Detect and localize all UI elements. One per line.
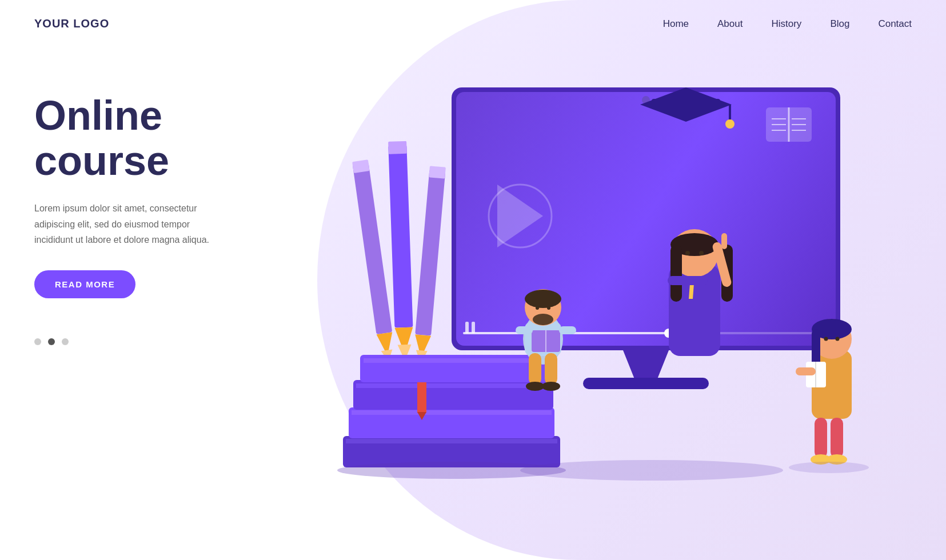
svg-rect-61 — [559, 326, 576, 334]
svg-point-16 — [725, 119, 735, 129]
dot-2[interactable] — [48, 338, 55, 345]
svg-rect-54 — [529, 353, 541, 385]
svg-rect-35 — [429, 166, 446, 178]
svg-rect-85 — [796, 367, 816, 375]
svg-point-86 — [520, 460, 783, 481]
svg-point-50 — [525, 290, 561, 308]
svg-rect-24 — [353, 162, 392, 334]
svg-point-69 — [699, 251, 704, 255]
svg-marker-22 — [623, 350, 669, 379]
main-content: Online course Lorem ipsum dolor sit amet… — [0, 47, 946, 545]
nav-about[interactable]: About — [717, 18, 743, 30]
nav-blog[interactable]: Blog — [830, 18, 849, 30]
logo: YOUR LOGO — [34, 17, 109, 30]
svg-rect-32 — [415, 169, 445, 335]
svg-rect-31 — [388, 141, 407, 154]
illustration — [252, 70, 912, 539]
svg-rect-72 — [668, 276, 708, 285]
nav: Home About History Blog Contact — [663, 18, 912, 30]
svg-rect-71 — [721, 233, 727, 249]
svg-rect-28 — [388, 145, 413, 328]
svg-point-68 — [685, 251, 690, 255]
left-panel: Online course Lorem ipsum dolor sit amet… — [34, 70, 252, 345]
svg-rect-80 — [831, 418, 843, 458]
hero-title: Online course — [34, 93, 252, 183]
svg-point-53 — [547, 306, 550, 310]
dot-1[interactable] — [34, 338, 41, 345]
nav-home[interactable]: Home — [663, 18, 689, 30]
header: YOUR LOGO Home About History Blog Contac… — [0, 0, 946, 47]
svg-rect-41 — [356, 383, 550, 388]
svg-point-56 — [526, 382, 544, 391]
svg-rect-37 — [346, 439, 557, 443]
svg-rect-66 — [670, 245, 682, 302]
read-more-button[interactable]: READ MORE — [34, 270, 135, 298]
svg-rect-39 — [352, 410, 552, 415]
nav-history[interactable]: History — [771, 18, 801, 30]
svg-point-57 — [542, 382, 560, 391]
svg-rect-20 — [465, 322, 469, 333]
svg-point-51 — [533, 314, 553, 325]
svg-rect-15 — [729, 105, 731, 122]
svg-point-77 — [824, 337, 828, 341]
svg-point-52 — [536, 306, 539, 310]
illustration-svg — [252, 70, 880, 539]
svg-rect-23 — [583, 378, 709, 389]
nav-contact[interactable]: Contact — [878, 18, 912, 30]
svg-rect-45 — [364, 358, 545, 363]
svg-point-87 — [789, 462, 869, 473]
svg-rect-79 — [815, 418, 827, 458]
svg-rect-27 — [352, 159, 370, 173]
hero-description: Lorem ipsum dolor sit amet, consectetur … — [34, 201, 217, 247]
dot-3[interactable] — [62, 338, 69, 345]
svg-rect-60 — [516, 326, 533, 334]
carousel-dots — [34, 338, 252, 345]
svg-rect-55 — [545, 353, 557, 385]
svg-point-78 — [836, 337, 840, 341]
svg-rect-21 — [472, 322, 475, 333]
